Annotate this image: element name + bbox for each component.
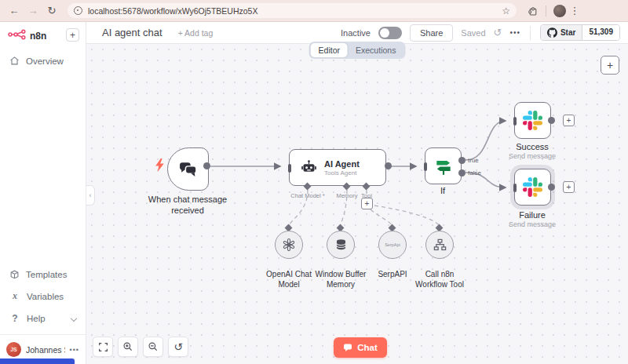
github-star-widget[interactable]: Star 51,309	[540, 24, 620, 41]
home-icon	[9, 56, 20, 66]
activation-label: Inactive	[341, 28, 371, 38]
browser-profile-avatar[interactable]	[553, 5, 566, 17]
sidebar-item-templates[interactable]: Templates	[0, 264, 86, 285]
sidebar: n8n + Overview Templates x Variables ? H…	[0, 22, 86, 364]
node-subtitle: Send message	[501, 152, 564, 160]
robot-icon	[301, 159, 317, 176]
extensions-icon[interactable]	[528, 5, 539, 16]
chat-bubbles-icon	[178, 159, 198, 179]
workflow-menu-icon[interactable]: •••	[509, 28, 520, 37]
node-ai-agent[interactable]: AI Agent Tools Agent	[289, 149, 386, 186]
browser-divider	[546, 5, 546, 16]
tab-editor[interactable]: Editor	[311, 43, 348, 57]
agent-title: AI Agent	[324, 159, 360, 169]
node-window-buffer-memory[interactable]	[327, 231, 355, 259]
github-icon	[547, 27, 557, 38]
github-star-label: Star	[560, 28, 575, 37]
failure-add-node-button[interactable]: +	[563, 181, 575, 193]
workflow-hierarchy-icon	[433, 238, 447, 253]
sidebar-item-variables[interactable]: x Variables	[0, 285, 86, 308]
chat-button-label: Chat	[357, 343, 378, 352]
reset-zoom-button[interactable]: ↺	[168, 337, 188, 357]
zoom-out-button[interactable]	[143, 337, 163, 357]
node-chat-trigger[interactable]	[167, 147, 209, 191]
if-true-port[interactable]	[458, 157, 466, 164]
node-serpapi[interactable]: SerpApi	[378, 231, 407, 259]
port-label-memory: Memory	[336, 192, 357, 199]
tab-executions[interactable]: Executions	[348, 43, 403, 57]
share-button[interactable]: Share	[410, 24, 453, 42]
view-tabs: Editor Executions	[309, 42, 406, 59]
activation-toggle[interactable]	[378, 27, 402, 39]
new-workflow-button[interactable]: +	[66, 28, 79, 42]
node-slack-failure[interactable]	[514, 169, 551, 206]
sidebar-collapse-handle[interactable]: ‹	[86, 185, 95, 206]
failure-input-port[interactable]	[513, 184, 517, 192]
main-area: AI agent chat + Add tag Inactive Share S…	[86, 22, 628, 364]
node-label: If	[427, 186, 458, 197]
bookmark-icon[interactable]: ☆	[502, 5, 510, 16]
url-bar[interactable]: localhost:5678/workflow/xWy6Oj5TBEUHzo5X…	[68, 3, 517, 18]
user-options-icon[interactable]: •••	[70, 346, 79, 354]
success-add-node-button[interactable]: +	[563, 115, 575, 126]
add-node-button[interactable]: +	[601, 56, 619, 75]
node-if[interactable]	[425, 147, 462, 184]
if-false-label: false	[468, 169, 481, 177]
add-tool-button[interactable]: +	[361, 198, 373, 209]
sidebar-item-help[interactable]: ? Help	[0, 308, 86, 329]
zoom-to-fit-button[interactable]	[93, 337, 113, 357]
sidebar-item-label: Templates	[26, 270, 67, 279]
if-true-label: true	[468, 157, 479, 164]
sidebar-item-label: Variables	[27, 292, 64, 301]
open-chat-button[interactable]: Chat	[334, 337, 387, 358]
agent-input-port[interactable]	[288, 164, 291, 173]
port-label-chat-model: Chat Model *	[290, 192, 324, 199]
trigger-bolt-icon	[155, 158, 165, 175]
browser-chrome: ← → ↻ localhost:5678/workflow/xWy6Oj5TBE…	[0, 0, 628, 22]
signpost-icon	[433, 156, 454, 177]
node-call-n8n-workflow-tool[interactable]	[425, 231, 454, 259]
browser-menu-icon[interactable]: ⋮	[566, 5, 583, 16]
agent-subtitle: Tools Agent	[324, 169, 360, 177]
node-slack-success[interactable]	[514, 102, 551, 139]
sidebar-item-overview[interactable]: Overview	[0, 50, 86, 71]
url-text: localhost:5678/workflow/xWy6Oj5TBEUHzo5X	[88, 6, 497, 16]
node-label: When chat message received	[137, 195, 239, 217]
user-avatar: JS	[6, 342, 21, 357]
saved-status: Saved	[461, 28, 485, 38]
status-strip	[0, 359, 75, 364]
chat-icon	[343, 343, 352, 352]
add-tag-button[interactable]: + Add tag	[178, 28, 214, 38]
success-input-port[interactable]	[513, 117, 517, 126]
subnode-label: Call n8n Workflow Tool	[411, 270, 468, 289]
reload-icon[interactable]: ↻	[42, 5, 61, 16]
user-name: Johannes Schn...	[26, 345, 65, 355]
sidebar-item-label: Help	[27, 314, 46, 323]
node-label: Success	[501, 142, 564, 153]
app-frame: n8n + Overview Templates x Variables ? H…	[0, 22, 628, 364]
serpapi-logo-text: SerpApi	[385, 242, 400, 247]
zoom-in-button[interactable]	[118, 337, 138, 357]
openai-icon	[281, 237, 297, 253]
failure-output-port[interactable]	[548, 184, 555, 191]
node-subtitle: Send message	[501, 220, 564, 228]
n8n-logo-icon	[8, 29, 27, 43]
if-false-port[interactable]	[458, 169, 466, 177]
site-info-icon[interactable]	[74, 6, 82, 15]
zoom-out-icon	[148, 341, 159, 352]
node-label: Failure	[501, 210, 564, 221]
back-icon[interactable]: ←	[5, 5, 24, 16]
success-output-port[interactable]	[548, 117, 555, 124]
if-input-port[interactable]	[424, 162, 427, 171]
agent-output-port[interactable]	[385, 162, 392, 169]
trigger-output-port[interactable]	[203, 162, 210, 169]
header-divider	[530, 26, 531, 40]
fit-view-icon	[98, 342, 108, 352]
slack-icon	[523, 177, 542, 197]
subnode-label: OpenAI Chat Model	[261, 270, 317, 289]
forward-icon[interactable]: →	[24, 5, 42, 16]
history-icon[interactable]: ↺	[494, 27, 502, 38]
node-openai-chat-model[interactable]	[275, 231, 303, 259]
workflow-canvas[interactable]: When chat message received AI Agent Tool…	[86, 44, 628, 364]
workflow-title[interactable]: AI agent chat	[102, 27, 162, 38]
